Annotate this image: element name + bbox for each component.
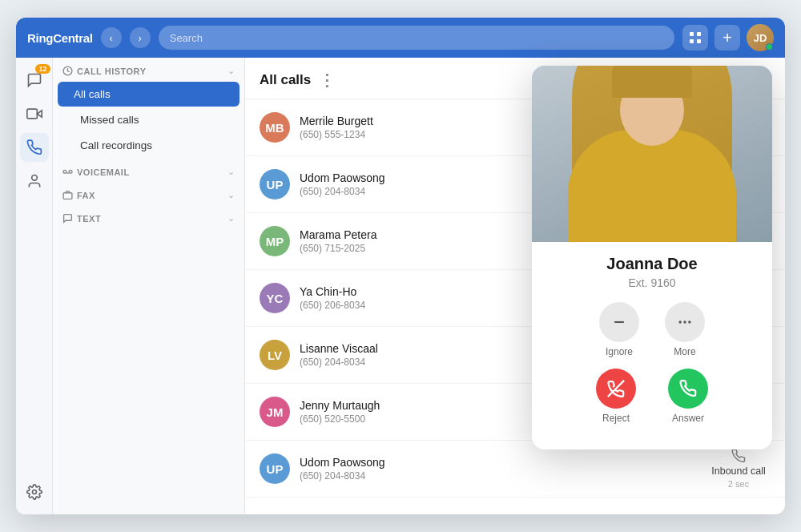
call-type-label: Inbound call <box>711 466 765 477</box>
sidebar-item-phone[interactable] <box>20 133 49 162</box>
app-window: RingCentral ‹ › + JD <box>16 18 785 514</box>
sidebar: CALL HISTORY ⌄ All calls Missed calls Ca… <box>53 58 245 514</box>
reject-action[interactable]: Reject <box>596 369 636 424</box>
call-status: Inbound call 2 sec <box>706 449 771 489</box>
apps-grid-button[interactable] <box>682 25 708 50</box>
text-label: TEXT <box>62 213 101 224</box>
reject-label: Reject <box>602 413 630 424</box>
answer-label: Answer <box>672 413 704 424</box>
reject-button[interactable] <box>596 369 636 409</box>
svg-rect-0 <box>690 32 694 36</box>
answer-action[interactable]: Answer <box>668 369 708 424</box>
sidebar-item-video[interactable] <box>20 99 49 128</box>
left-nav: 12 <box>16 58 53 514</box>
answer-phone-icon <box>679 380 697 397</box>
top-bar: RingCentral ‹ › + JD <box>16 18 785 58</box>
settings-button[interactable] <box>20 478 49 506</box>
sidebar-item-missed-calls[interactable]: Missed calls <box>58 107 239 132</box>
svg-point-9 <box>63 170 66 173</box>
nav-forward-button[interactable]: › <box>130 27 151 48</box>
caller-avatar: LV <box>260 340 290 370</box>
nav-back-button[interactable]: ‹ <box>101 27 122 48</box>
top-bar-actions: + JD <box>682 24 774 51</box>
caller-avatar: MB <box>260 112 290 143</box>
answer-button[interactable] <box>668 369 708 409</box>
fax-section-header[interactable]: FAX ⌄ <box>53 182 244 205</box>
svg-point-7 <box>32 490 36 494</box>
call-duration: 2 sec <box>728 479 749 489</box>
caller-card-info: Joanna Doe Ext. 9160 Ignore More <box>532 242 772 449</box>
ignore-label: Ignore <box>606 346 633 357</box>
voicemail-chevron: ⌄ <box>227 167 235 177</box>
voicemail-section-header[interactable]: VOICEMAIL ⌄ <box>53 159 244 182</box>
call-final-row: Reject Answer <box>546 369 758 440</box>
svg-marker-4 <box>37 111 42 117</box>
call-history-label: CALL HISTORY <box>62 66 146 76</box>
call-list-title: All calls ⋮ <box>260 71 335 90</box>
call-history-section-header[interactable]: CALL HISTORY ⌄ <box>53 58 244 81</box>
ignore-action[interactable]: Ignore <box>599 302 639 357</box>
fax-label: FAX <box>62 190 95 200</box>
caller-avatar: UP <box>260 453 290 484</box>
call-type-icon <box>731 449 746 463</box>
sidebar-item-call-recordings[interactable]: Call recordings <box>58 133 239 158</box>
app-logo: RingCentral <box>27 31 93 45</box>
incoming-call-card: Joanna Doe Ext. 9160 Ignore More <box>532 66 772 449</box>
svg-rect-5 <box>26 109 37 119</box>
reject-phone-icon <box>607 380 625 397</box>
svg-rect-1 <box>697 32 701 36</box>
sidebar-item-messages[interactable]: 12 <box>20 66 49 95</box>
text-section-header[interactable]: TEXT ⌄ <box>53 205 244 228</box>
caller-photo <box>532 66 772 242</box>
svg-point-10 <box>69 170 72 173</box>
messages-badge: 12 <box>35 64 50 74</box>
more-dots-icon <box>677 314 693 330</box>
add-button[interactable]: + <box>714 25 740 50</box>
ignore-button[interactable] <box>599 302 639 342</box>
more-button[interactable] <box>665 302 705 342</box>
svg-point-6 <box>31 175 37 181</box>
minus-icon <box>611 314 627 330</box>
avatar-container: JD <box>747 24 774 51</box>
svg-rect-2 <box>690 39 694 43</box>
caller-avatar: MP <box>260 226 290 256</box>
caller-avatar: JM <box>260 397 290 427</box>
svg-rect-12 <box>63 193 72 200</box>
svg-point-18 <box>683 320 686 323</box>
more-label: More <box>674 346 695 357</box>
call-actions-row: Ignore More <box>546 302 758 357</box>
caller-avatar: UP <box>260 169 290 200</box>
text-chevron: ⌄ <box>227 213 235 224</box>
caller-name: Udom Paowsong <box>300 456 697 469</box>
call-history-chevron: ⌄ <box>227 66 235 76</box>
online-status-indicator <box>766 43 773 50</box>
svg-point-19 <box>688 320 690 323</box>
search-input[interactable] <box>159 26 674 50</box>
voicemail-label: VOICEMAIL <box>62 167 130 177</box>
sidebar-item-all-calls[interactable]: All calls <box>58 82 239 107</box>
svg-rect-3 <box>697 39 701 43</box>
fax-chevron: ⌄ <box>227 190 235 200</box>
sidebar-item-contacts[interactable] <box>20 167 49 195</box>
caller-card-ext: Ext. 9160 <box>546 276 758 289</box>
caller-avatar: YC <box>260 283 290 313</box>
more-options-icon[interactable]: ⋮ <box>319 71 335 90</box>
caller-card-name: Joanna Doe <box>546 255 758 273</box>
caller-number: (650) 204-8034 <box>300 470 697 482</box>
caller-info: Udom Paowsong (650) 204-8034 <box>300 456 697 482</box>
more-action[interactable]: More <box>665 302 705 357</box>
svg-point-17 <box>679 320 682 323</box>
